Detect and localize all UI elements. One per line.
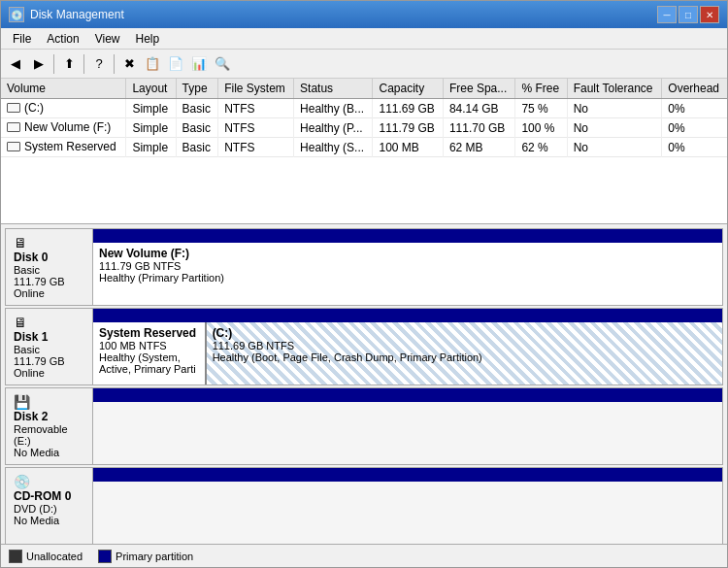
disk-type-label: Basic [14, 264, 84, 276]
toolbar-sep-3 [114, 54, 115, 74]
disk-label: 💿 CD-ROM 0 DVD (D:) No Media [6, 468, 93, 544]
col-overhead[interactable]: Overhead [662, 79, 727, 99]
legend-primary: Primary partition [98, 550, 193, 563]
partition-status: Healthy (Primary Partition) [99, 272, 716, 284]
cell-overhead: 0% [662, 138, 727, 157]
cell-pct: 75 % [515, 99, 567, 118]
partition[interactable]: System Reserved 100 MB NTFS Healthy (Sys… [93, 322, 207, 384]
volume-icon [7, 122, 20, 132]
partition[interactable]: New Volume (F:) 111.79 GB NTFS Healthy (… [93, 243, 722, 305]
menu-view[interactable]: View [87, 30, 128, 48]
disk-label: 🖥 Disk 1 Basic 111.79 GB Online [6, 309, 93, 384]
cell-type: Basic [176, 138, 218, 157]
disk-partitions [93, 402, 722, 464]
col-pct[interactable]: % Free [515, 79, 567, 99]
disk-map-scroll[interactable]: 🖥 Disk 0 Basic 111.79 GB Online New Volu… [1, 224, 727, 544]
delete-button[interactable]: ✖ [118, 53, 140, 75]
legend-unallocated-box [9, 550, 22, 563]
col-filesystem[interactable]: File System [218, 79, 294, 99]
disk-status-label: No Media [14, 515, 84, 526]
col-volume[interactable]: Volume [1, 79, 126, 99]
window-title: Disk Management [30, 8, 124, 21]
legend-unallocated-label: Unallocated [26, 551, 83, 562]
paste-button[interactable]: 📄 [165, 53, 186, 75]
title-bar-buttons: ─ □ ✕ [657, 6, 719, 23]
cell-pct: 62 % [515, 138, 567, 157]
zoom-button[interactable]: 🔍 [212, 53, 233, 75]
table-header-row: Volume Layout Type File System Status Ca… [1, 79, 727, 99]
legend-bar: Unallocated Primary partition [1, 544, 727, 567]
partition-name: New Volume (F:) [99, 247, 716, 260]
cell-filesystem: NTFS [218, 138, 294, 157]
cell-volume: New Volume (F:) [1, 118, 126, 138]
cell-pct: 100 % [515, 118, 567, 138]
cell-layout: Simple [126, 118, 176, 138]
menu-help[interactable]: Help [128, 30, 168, 48]
col-status[interactable]: Status [294, 79, 373, 99]
disk-partitions: System Reserved 100 MB NTFS Healthy (Sys… [93, 322, 722, 384]
minimize-button[interactable]: ─ [657, 6, 677, 23]
col-capacity[interactable]: Capacity [373, 79, 443, 99]
col-layout[interactable]: Layout [126, 79, 176, 99]
cell-overhead: 0% [662, 99, 727, 118]
cell-status: Healthy (P... [294, 118, 373, 138]
window-icon: 💿 [9, 7, 24, 22]
cell-type: Basic [176, 99, 218, 118]
disk-status-label: No Media [14, 447, 84, 458]
cell-fault: No [567, 118, 662, 138]
menu-action[interactable]: Action [39, 30, 86, 48]
col-type[interactable]: Type [176, 79, 218, 99]
partition-status: Healthy (Boot, Page File, Crash Dump, Pr… [213, 351, 716, 363]
partition-details: 111.69 GB NTFS [213, 340, 716, 351]
back-button[interactable]: ◀ [5, 53, 26, 75]
close-button[interactable]: ✕ [700, 6, 719, 23]
cell-fault: No [567, 138, 662, 157]
disk-content: New Volume (F:) 111.79 GB NTFS Healthy (… [93, 229, 722, 305]
disk-content [93, 468, 722, 544]
copy-button[interactable]: 📋 [142, 53, 163, 75]
volume-icon [7, 142, 20, 151]
forward-button[interactable]: ▶ [28, 53, 50, 75]
disk-size-label: 111.79 GB [14, 355, 84, 367]
volume-list[interactable]: Volume Layout Type File System Status Ca… [1, 79, 727, 224]
disk-size-label: 111.79 GB [14, 276, 84, 287]
legend-primary-box [98, 550, 112, 563]
cell-free: 111.70 GB [443, 118, 515, 138]
legend-unallocated: Unallocated [9, 550, 83, 563]
disk-type-label: Basic [14, 344, 84, 355]
maximize-button[interactable]: □ [678, 6, 698, 23]
partition-name: (C:) [213, 326, 716, 340]
partition[interactable]: (C:) 111.69 GB NTFS Healthy (Boot, Page … [207, 322, 722, 384]
volume-table: Volume Layout Type File System Status Ca… [1, 79, 727, 157]
cell-type: Basic [176, 118, 218, 138]
table-row[interactable]: (C:) Simple Basic NTFS Healthy (B... 111… [1, 99, 727, 118]
disk-map-area: 🖥 Disk 0 Basic 111.79 GB Online New Volu… [1, 224, 727, 544]
disk-id-label: Disk 0 [14, 251, 84, 264]
disk-type-icon: 💾 [14, 394, 84, 410]
col-free[interactable]: Free Spa... [443, 79, 515, 99]
title-bar: 💿 Disk Management ─ □ ✕ [1, 1, 727, 28]
disk-content [93, 388, 722, 464]
cell-free: 84.14 GB [443, 99, 515, 118]
table-row[interactable]: System Reserved Simple Basic NTFS Health… [1, 138, 727, 157]
cell-overhead: 0% [662, 118, 727, 138]
disk-row: 💿 CD-ROM 0 DVD (D:) No Media [5, 467, 723, 544]
main-window: 💿 Disk Management ─ □ ✕ File Action View… [0, 0, 728, 568]
cell-capacity: 111.79 GB [373, 118, 443, 138]
disk-label: 🖥 Disk 0 Basic 111.79 GB Online [6, 229, 93, 305]
col-fault[interactable]: Fault Tolerance [567, 79, 662, 99]
cell-layout: Simple [126, 138, 176, 157]
disk-header-bar [93, 229, 722, 243]
disk-partitions: New Volume (F:) 111.79 GB NTFS Healthy (… [93, 243, 722, 305]
disk-header-bar [93, 388, 722, 402]
cell-capacity: 100 MB [373, 138, 443, 157]
help-button[interactable]: ? [88, 53, 110, 75]
disk-header-bar [93, 309, 722, 322]
table-row[interactable]: New Volume (F:) Simple Basic NTFS Health… [1, 118, 727, 138]
menu-file[interactable]: File [5, 30, 39, 48]
up-button[interactable]: ⬆ [58, 53, 80, 75]
disk-type-icon: 🖥 [14, 235, 84, 251]
cell-volume: (C:) [1, 99, 126, 118]
properties-button[interactable]: 📊 [188, 53, 210, 75]
disk-header-bar [93, 468, 722, 482]
